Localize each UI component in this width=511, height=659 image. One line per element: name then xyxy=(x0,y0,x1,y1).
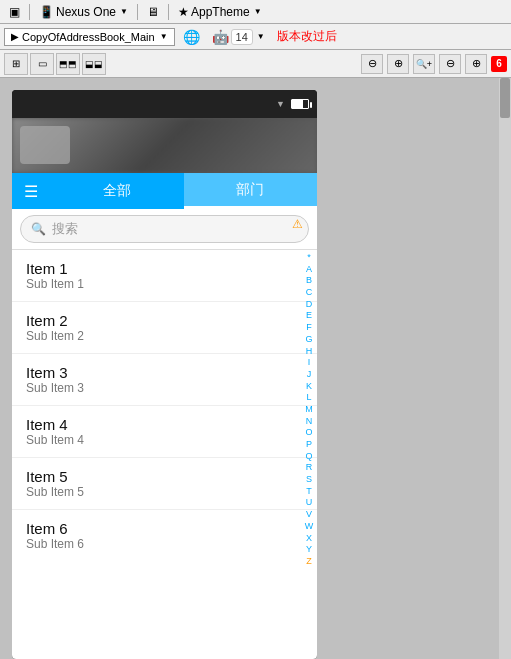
phone-emulator: ▼ ☰ 全部 部门 🔍 搜索 ⚠ xyxy=(12,90,317,659)
search-input[interactable]: 🔍 搜索 xyxy=(20,215,309,243)
list-item[interactable]: Item 3 Sub Item 3 xyxy=(12,354,317,406)
apptheme-label: AppTheme xyxy=(191,5,250,19)
alpha-Y[interactable]: Y xyxy=(306,544,312,556)
version-selector[interactable]: 🤖 14 ▼ xyxy=(208,27,269,47)
alpha-G[interactable]: G xyxy=(305,334,312,346)
layout-icon-2: ▭ xyxy=(38,58,47,69)
separator-1 xyxy=(29,4,30,20)
nav-tab-all[interactable]: 全部 xyxy=(50,173,184,209)
alpha-V[interactable]: V xyxy=(306,509,312,521)
item-2-sub: Sub Item 2 xyxy=(26,329,303,343)
alpha-E[interactable]: E xyxy=(306,310,312,322)
version-warning-text: 版本改过后 xyxy=(277,28,337,45)
zoom-actual-icon: ⊕ xyxy=(472,57,481,70)
list-item[interactable]: Item 2 Sub Item 2 xyxy=(12,302,317,354)
item-5-sub: Sub Item 5 xyxy=(26,485,303,499)
zoom-actual-btn[interactable]: ⊕ xyxy=(465,54,487,74)
zoom-out-btn[interactable]: ⊖ xyxy=(361,54,383,74)
alpha-W[interactable]: W xyxy=(305,521,314,533)
scrollbar-track[interactable] xyxy=(499,78,511,659)
list-item[interactable]: Item 6 Sub Item 6 xyxy=(12,510,317,561)
alpha-B[interactable]: B xyxy=(306,275,312,287)
alpha-J[interactable]: J xyxy=(307,369,312,381)
alphabet-sidebar: * A B C D E F G H I J K L M N O P Q R S xyxy=(301,250,317,659)
layout-btn-1[interactable]: ⊞ xyxy=(4,53,28,75)
phone-status-bar: ▼ xyxy=(12,90,317,118)
android-icon: 🤖 xyxy=(212,29,229,45)
nav-tab-dept[interactable]: 部门 xyxy=(184,173,318,209)
search-icon: 🔍 xyxy=(31,222,46,236)
layout-btn-2[interactable]: ▭ xyxy=(30,53,54,75)
alpha-M[interactable]: M xyxy=(305,404,313,416)
layout-icon-1: ⊞ xyxy=(12,58,20,69)
nav-tab-all-label: 全部 xyxy=(103,182,131,200)
apptheme-selector[interactable]: ★ AppTheme ▼ xyxy=(173,2,267,22)
alpha-O[interactable]: O xyxy=(305,427,312,439)
alpha-R[interactable]: R xyxy=(306,462,313,474)
notification-badge: 6 xyxy=(491,56,507,72)
alpha-N[interactable]: N xyxy=(306,416,313,428)
device-grid-icon: ▣ xyxy=(9,5,20,19)
alpha-C[interactable]: C xyxy=(306,287,313,299)
item-2-title: Item 2 xyxy=(26,312,303,329)
globe-btn[interactable]: 🌐 xyxy=(179,27,204,47)
alpha-Z[interactable]: Z xyxy=(306,556,312,568)
zoom-fit-icon: 🔍+ xyxy=(416,59,432,69)
item-4-title: Item 4 xyxy=(26,416,303,433)
search-warning-icon: ⚠ xyxy=(292,217,303,231)
zoom-fit-btn[interactable]: 🔍+ xyxy=(413,54,435,74)
alpha-U[interactable]: U xyxy=(306,497,313,509)
alpha-H[interactable]: H xyxy=(306,346,313,358)
run-config-btn[interactable]: ▶ CopyOfAddressBook_Main ▼ xyxy=(4,28,175,46)
battery-icon xyxy=(291,99,309,109)
layout-btn-3[interactable]: ⬒⬒ xyxy=(56,53,80,75)
alpha-P[interactable]: P xyxy=(306,439,312,451)
header-image-placeholder xyxy=(20,126,70,164)
nexus-one-label: Nexus One xyxy=(56,5,116,19)
star-icon: ★ xyxy=(178,5,189,19)
version-dropdown-arrow: ▼ xyxy=(257,32,265,41)
alpha-A[interactable]: A xyxy=(306,264,312,276)
second-toolbar: ▶ CopyOfAddressBook_Main ▼ 🌐 🤖 14 ▼ 版本改过… xyxy=(0,24,511,50)
zoom-full-btn[interactable]: ⊖ xyxy=(439,54,461,74)
phone-header-bg xyxy=(12,118,317,173)
tablet-icon: 🖥 xyxy=(147,5,159,19)
nav-tab-dept-label: 部门 xyxy=(236,181,264,199)
layout-btn-4[interactable]: ⬓⬓ xyxy=(82,53,106,75)
item-4-sub: Sub Item 4 xyxy=(26,433,303,447)
scrollbar-thumb[interactable] xyxy=(500,78,510,118)
alpha-Q[interactable]: Q xyxy=(305,451,312,463)
right-scroll-area xyxy=(317,78,511,659)
run-app-label: CopyOfAddressBook_Main xyxy=(22,31,155,43)
device-icon-btn-2[interactable]: 🖥 xyxy=(142,2,164,22)
separator-3 xyxy=(168,4,169,20)
hamburger-icon[interactable]: ☰ xyxy=(12,182,50,201)
alpha-K[interactable]: K xyxy=(306,381,312,393)
alpha-F[interactable]: F xyxy=(306,322,312,334)
list-item[interactable]: Item 1 Sub Item 1 xyxy=(12,250,317,302)
item-1-title: Item 1 xyxy=(26,260,303,277)
device-icon-btn[interactable]: ▣ xyxy=(4,2,25,22)
separator-2 xyxy=(137,4,138,20)
wifi-signal-icon: ▼ xyxy=(276,99,285,109)
zoom-out-icon: ⊖ xyxy=(368,57,377,70)
zoom-in-icon: ⊕ xyxy=(394,57,403,70)
zoom-in-btn[interactable]: ⊕ xyxy=(387,54,409,74)
alpha-D[interactable]: D xyxy=(306,299,313,311)
layout-icon-4: ⬓⬓ xyxy=(85,59,103,69)
item-6-sub: Sub Item 6 xyxy=(26,537,303,551)
alpha-I[interactable]: I xyxy=(308,357,311,369)
item-5-title: Item 5 xyxy=(26,468,303,485)
search-bar: 🔍 搜索 ⚠ xyxy=(12,209,317,250)
list-item[interactable]: Item 4 Sub Item 4 xyxy=(12,406,317,458)
item-1-sub: Sub Item 1 xyxy=(26,277,303,291)
alpha-L[interactable]: L xyxy=(306,392,311,404)
alpha-T[interactable]: T xyxy=(306,486,312,498)
globe-icon: 🌐 xyxy=(183,29,200,45)
apptheme-dropdown-arrow: ▼ xyxy=(254,7,262,16)
alpha-S[interactable]: S xyxy=(306,474,312,486)
alpha-star[interactable]: * xyxy=(307,252,311,264)
nexus-one-selector[interactable]: 📱 Nexus One ▼ xyxy=(34,2,133,22)
list-item[interactable]: Item 5 Sub Item 5 xyxy=(12,458,317,510)
alpha-X[interactable]: X xyxy=(306,533,312,545)
